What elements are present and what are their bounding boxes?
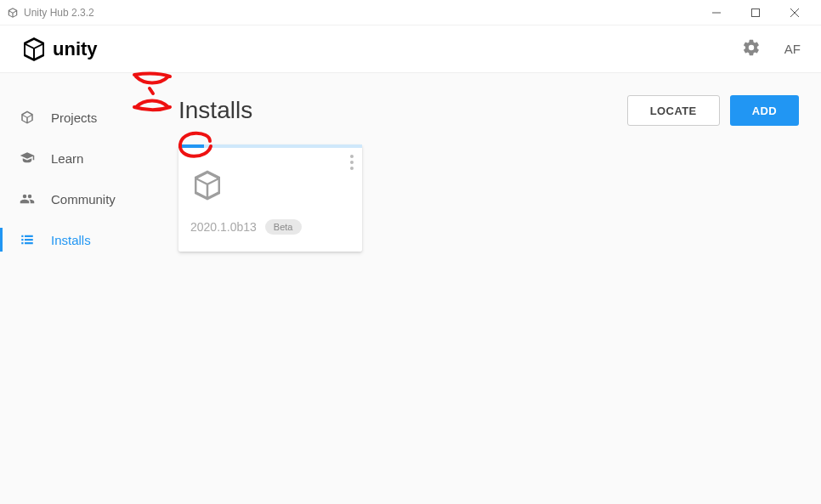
svg-rect-1 — [752, 8, 760, 16]
add-button[interactable]: ADD — [730, 95, 799, 126]
list-icon — [19, 231, 36, 248]
unity-cube-icon — [190, 168, 350, 206]
sidebar-item-community[interactable]: Community — [0, 178, 170, 219]
install-progress-fill — [178, 144, 204, 148]
locate-button-label: LOCATE — [650, 105, 697, 117]
graduation-cap-icon — [19, 150, 36, 167]
sidebar-item-label: Community — [51, 192, 116, 207]
add-button-label: ADD — [752, 105, 777, 117]
gear-icon — [742, 38, 761, 60]
sidebar-item-installs[interactable]: Installs — [0, 219, 170, 260]
unity-logo: unity — [20, 36, 98, 63]
brand-text: unity — [53, 38, 98, 60]
install-card: 2020.1.0b13 Beta — [178, 144, 362, 252]
unity-app-icon — [7, 7, 19, 19]
sidebar-item-label: Projects — [51, 110, 97, 125]
locate-button[interactable]: LOCATE — [627, 95, 720, 126]
sidebar-item-projects[interactable]: Projects — [0, 97, 170, 138]
user-initials-text: AF — [784, 42, 801, 56]
window-maximize-button[interactable] — [736, 0, 775, 25]
install-progress-track — [178, 144, 362, 148]
main-content: Installs LOCATE ADD — [170, 73, 821, 504]
sidebar: Projects Learn Community Installs — [0, 73, 170, 504]
user-menu[interactable]: AF — [784, 42, 801, 56]
people-icon — [19, 190, 36, 207]
sidebar-item-label: Learn — [51, 151, 83, 166]
app-topbar: unity AF — [0, 25, 821, 73]
install-version: 2020.1.0b13 — [190, 220, 257, 234]
page-title: Installs — [178, 97, 252, 124]
window-minimize-button[interactable] — [697, 0, 736, 25]
window-close-button[interactable] — [775, 0, 814, 25]
window-title: Unity Hub 2.3.2 — [24, 7, 94, 19]
install-card-menu-button[interactable] — [350, 155, 354, 170]
settings-button[interactable] — [742, 40, 761, 59]
dots-vertical-icon — [350, 155, 354, 158]
cube-icon — [19, 109, 36, 126]
window-titlebar: Unity Hub 2.3.2 — [0, 0, 821, 25]
install-badge: Beta — [265, 219, 302, 235]
sidebar-item-label: Installs — [51, 233, 91, 247]
sidebar-item-learn[interactable]: Learn — [0, 138, 170, 178]
